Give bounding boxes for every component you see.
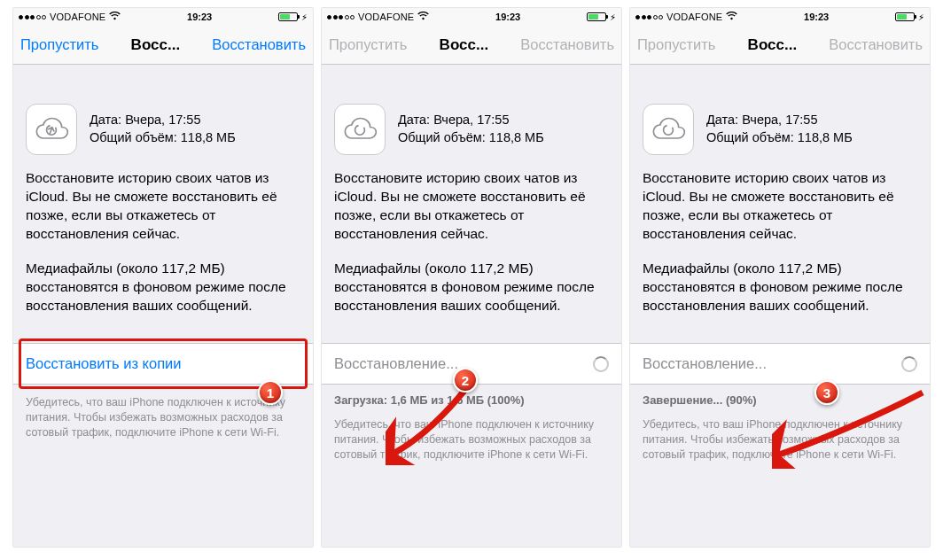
restore-from-copy-button[interactable]: Восстановить из копии [13, 343, 313, 385]
restore-description-2: Медиафайлы (около 117,2 МБ) восстановятс… [630, 260, 930, 331]
restoring-cell: Восстановление... [630, 343, 930, 385]
screen-3: VODAFONE 19:23 ⚡︎ Пропустить Восс... Вос… [629, 7, 931, 548]
battery-icon [587, 12, 606, 21]
battery-icon [895, 12, 915, 21]
cloud-restore-icon [334, 104, 386, 155]
svg-point-2 [664, 125, 674, 135]
backup-info: Дата: Вчера, 17:55 Общий объём: 118,8 МБ [13, 104, 313, 169]
clock: 19:23 [187, 12, 212, 22]
screen-1: VODAFONE 19:23 ⚡︎ Пропустить Восс... Вос… [12, 7, 314, 548]
svg-point-1 [355, 125, 365, 135]
status-bar: VODAFONE 19:23 ⚡︎ [630, 8, 930, 26]
nav-bar: Пропустить Восс... Восстановить [13, 26, 313, 65]
carrier-label: VODAFONE [50, 12, 105, 22]
charging-icon: ⚡︎ [918, 12, 924, 22]
nav-title: Восс... [407, 36, 520, 54]
nav-bar: Пропустить Восс... Восстановить [322, 26, 621, 65]
backup-size: Общий объём: 118,8 МБ [398, 129, 544, 147]
clock: 19:23 [804, 12, 829, 22]
clock: 19:23 [495, 12, 520, 22]
battery-icon [278, 12, 298, 21]
signal-icon [327, 15, 355, 19]
skip-button[interactable]: Пропустить [20, 36, 98, 53]
restoring-label: Восстановление... [643, 355, 767, 372]
backup-date: Дата: Вчера, 17:55 [706, 112, 853, 129]
backup-date: Дата: Вчера, 17:55 [398, 112, 544, 129]
nav-bar: Пропустить Восс... Восстановить [630, 26, 930, 65]
backup-info: Дата: Вчера, 17:55 Общий объём: 118,8 МБ [322, 104, 621, 169]
spinner-icon [901, 356, 917, 372]
wifi-icon [109, 12, 121, 22]
nav-title: Восс... [98, 36, 212, 54]
signal-icon [635, 15, 663, 19]
footer-note: Убедитесь, что ваш iPhone подключен к ис… [322, 412, 621, 463]
restore-button: Восстановить [520, 36, 614, 53]
skip-button: Пропустить [637, 36, 715, 53]
skip-button: Пропустить [329, 36, 407, 53]
charging-icon: ⚡︎ [301, 12, 308, 22]
cloud-restore-icon [643, 104, 694, 155]
restore-description-1: Восстановите историю своих чатов из iClo… [322, 169, 621, 260]
annotation-marker-1: 1 [258, 380, 283, 405]
carrier-label: VODAFONE [666, 12, 722, 22]
status-bar: VODAFONE 19:23 ⚡︎ [13, 8, 313, 26]
charging-icon: ⚡︎ [610, 12, 616, 22]
annotation-marker-3: 3 [814, 380, 839, 405]
screen-2: VODAFONE 19:23 ⚡︎ Пропустить Восс... Вос… [321, 7, 622, 548]
wifi-icon [726, 12, 737, 22]
backup-info: Дата: Вчера, 17:55 Общий объём: 118,8 МБ [630, 104, 930, 169]
spinner-icon [593, 356, 609, 372]
restore-button: Восстановить [829, 36, 923, 53]
nav-title: Восс... [715, 36, 829, 54]
wifi-icon [417, 12, 429, 22]
restore-description-2: Медиафайлы (около 117,2 МБ) восстановятс… [322, 260, 621, 331]
footer-note: Убедитесь, что ваш iPhone подключен к ис… [630, 412, 930, 463]
backup-date: Дата: Вчера, 17:55 [90, 112, 236, 129]
restore-description-2: Медиафайлы (около 117,2 МБ) восстановятс… [13, 260, 313, 331]
carrier-label: VODAFONE [358, 12, 414, 22]
status-bar: VODAFONE 19:23 ⚡︎ [322, 8, 621, 26]
restore-description-1: Восстановите историю своих чатов из iClo… [13, 169, 313, 260]
restore-button[interactable]: Восстановить [212, 36, 306, 53]
restore-description-1: Восстановите историю своих чатов из iClo… [630, 169, 930, 260]
finishing-status: Завершение... (90%) [630, 385, 930, 412]
backup-size: Общий объём: 118,8 МБ [706, 129, 853, 147]
annotation-marker-2: 2 [453, 368, 478, 393]
backup-size: Общий объём: 118,8 МБ [90, 129, 236, 147]
cloud-restore-icon [26, 104, 77, 155]
restore-from-copy-label: Восстановить из копии [26, 355, 182, 372]
signal-icon [19, 15, 46, 19]
restoring-label: Восстановление... [334, 355, 458, 372]
